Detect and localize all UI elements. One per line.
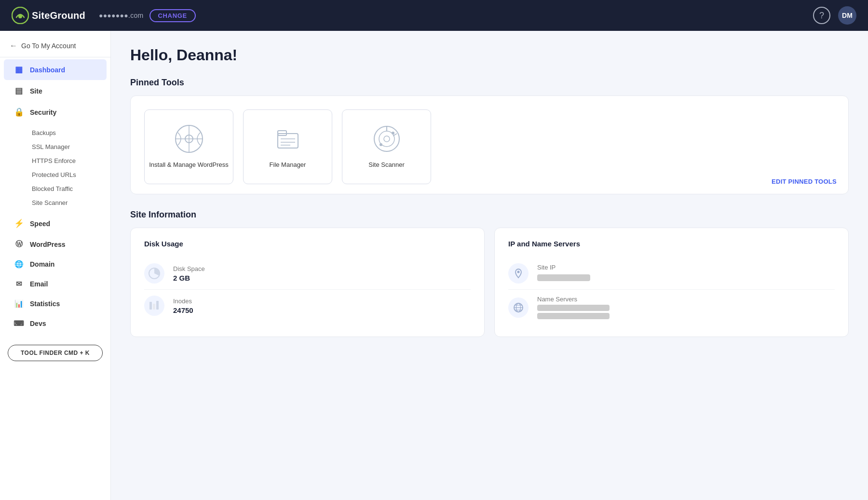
site-icon: ▤ (14, 86, 24, 96)
inodes-chart-icon (149, 300, 160, 311)
sidebar-item-security[interactable]: 🔒 Security (4, 102, 107, 122)
svg-point-22 (517, 271, 520, 273)
inodes-value: 24750 (173, 306, 193, 314)
pie-chart-icon (148, 267, 161, 280)
sidebar-label-site: Site (30, 87, 42, 95)
siteground-logo-icon (12, 7, 29, 24)
tool-label-wordpress: Install & Manage WordPress (149, 161, 229, 169)
site-ip-value (537, 274, 590, 281)
avatar-initials: DM (842, 12, 853, 19)
tool-label-site-scanner: Site Scanner (368, 161, 404, 169)
pinned-tools-title: Pinned Tools (130, 78, 849, 88)
sidebar-label-dashboard: Dashboard (30, 66, 65, 74)
help-icon: ? (819, 11, 824, 21)
disk-space-info: Disk Space 2 GB (173, 265, 205, 282)
sidebar-item-statistics[interactable]: 📊 Statistics (4, 294, 107, 313)
disk-usage-card: Disk Usage Disk Space 2 GB (130, 228, 485, 337)
tool-card-wordpress[interactable]: Install & Manage WordPress (144, 109, 233, 184)
sidebar-label-security: Security (30, 108, 56, 116)
edit-pinned-tools[interactable]: EDIT PINNED TOOLS (772, 178, 837, 185)
site-info-grid: Disk Usage Disk Space 2 GB (130, 228, 849, 337)
goto-label: Go To My Account (21, 42, 76, 50)
change-button[interactable]: CHANGE (149, 9, 196, 22)
disk-usage-title: Disk Usage (144, 240, 471, 248)
inodes-row: Inodes 24750 (144, 290, 471, 322)
inodes-icon (144, 296, 164, 316)
sidebar-item-wordpress[interactable]: Ⓦ WordPress (4, 234, 107, 254)
domain-icon: 🌐 (14, 260, 24, 269)
main-content: Hello, Deanna! Pinned Tools Install & Ma… (111, 31, 868, 500)
disk-space-icon (144, 263, 164, 284)
svg-rect-21 (156, 301, 159, 310)
site-ip-icon (508, 263, 529, 284)
tool-card-file-manager[interactable]: File Manager (243, 109, 332, 184)
domain-display: ●●●●●●●.com (99, 12, 144, 19)
globe-icon (513, 302, 524, 313)
sidebar-item-speed[interactable]: ⚡ Speed (4, 213, 107, 234)
logo: SiteGround (12, 7, 85, 24)
tool-card-site-scanner[interactable]: Site Scanner (342, 109, 431, 184)
site-ip-info: Site IP (537, 264, 590, 283)
sidebar-label-domain: Domain (30, 260, 54, 268)
sidebar-item-protected-urls[interactable]: Protected URLs (26, 168, 110, 182)
page-greeting: Hello, Deanna! (130, 46, 849, 64)
svg-rect-20 (153, 304, 155, 310)
sidebar-item-ssl-manager[interactable]: SSL Manager (26, 140, 110, 154)
disk-space-row: Disk Space 2 GB (144, 257, 471, 290)
site-info-title: Site Information (130, 210, 849, 220)
devs-icon: ⌨ (14, 319, 24, 328)
help-button[interactable]: ? (813, 7, 830, 24)
speed-icon: ⚡ (14, 218, 24, 229)
security-submenu: Backups SSL Manager HTTPS Enforce Protec… (0, 123, 110, 213)
name-server-2 (537, 313, 610, 319)
svg-point-17 (380, 143, 382, 146)
svg-point-1 (18, 14, 22, 18)
ip-name-servers-card: IP and Name Servers Site IP (494, 228, 849, 337)
sidebar-item-site-scanner[interactable]: Site Scanner (26, 196, 110, 210)
inodes-label: Inodes (173, 297, 193, 305)
pinned-tools-card: Install & Manage WordPress File Manager (130, 95, 849, 194)
user-avatar[interactable]: DM (838, 6, 856, 25)
sidebar-item-email[interactable]: ✉ Email (4, 274, 107, 294)
sidebar-item-devs[interactable]: ⌨ Devs (4, 314, 107, 333)
site-ip-label: Site IP (537, 264, 590, 271)
topnav-right: ? DM (813, 6, 856, 25)
name-servers-label: Name Servers (537, 296, 610, 303)
name-server-1 (537, 305, 610, 311)
statistics-icon: 📊 (14, 299, 24, 308)
security-icon: 🔒 (14, 107, 24, 117)
ip-name-servers-title: IP and Name Servers (508, 240, 835, 248)
svg-rect-19 (149, 302, 152, 310)
sidebar-item-domain[interactable]: 🌐 Domain (4, 255, 107, 274)
sidebar-label-devs: Devs (30, 320, 46, 327)
tool-finder-button[interactable]: TOOL FINDER CMD + K (8, 345, 103, 361)
tool-label-file-manager: File Manager (270, 161, 306, 169)
dashboard-icon: ▦ (14, 65, 24, 75)
sidebar-label-wordpress: WordPress (30, 241, 66, 248)
sidebar-label-email: Email (30, 280, 48, 288)
name-servers-row: Name Servers (508, 290, 835, 325)
svg-point-16 (392, 132, 394, 135)
wordpress-tool-icon (174, 124, 204, 154)
sidebar-label-speed: Speed (30, 220, 50, 228)
inodes-info: Inodes 24750 (173, 297, 193, 314)
sidebar-item-blocked-traffic[interactable]: Blocked Traffic (26, 182, 110, 196)
sidebar-label-statistics: Statistics (30, 300, 60, 308)
sidebar-item-dashboard[interactable]: ▦ Dashboard (4, 59, 107, 80)
sidebar: ← Go To My Account ▦ Dashboard ▤ Site 🔒 … (0, 31, 111, 500)
logo-text: SiteGround (32, 10, 85, 21)
sidebar-item-site[interactable]: ▤ Site (4, 81, 107, 101)
sidebar-item-backups[interactable]: Backups (26, 126, 110, 140)
pinned-tools-grid: Install & Manage WordPress File Manager (144, 109, 835, 184)
layout: ← Go To My Account ▦ Dashboard ▤ Site 🔒 … (0, 31, 868, 500)
goto-my-account[interactable]: ← Go To My Account (0, 35, 110, 57)
location-pin-icon (513, 268, 524, 279)
file-manager-tool-icon (273, 124, 303, 154)
site-ip-row: Site IP (508, 257, 835, 290)
email-icon: ✉ (14, 280, 24, 288)
name-servers-info: Name Servers (537, 296, 610, 319)
sidebar-item-https-enforce[interactable]: HTTPS Enforce (26, 154, 110, 168)
name-servers-icon (508, 297, 529, 318)
wordpress-icon: Ⓦ (14, 240, 24, 249)
disk-space-label: Disk Space (173, 265, 205, 272)
